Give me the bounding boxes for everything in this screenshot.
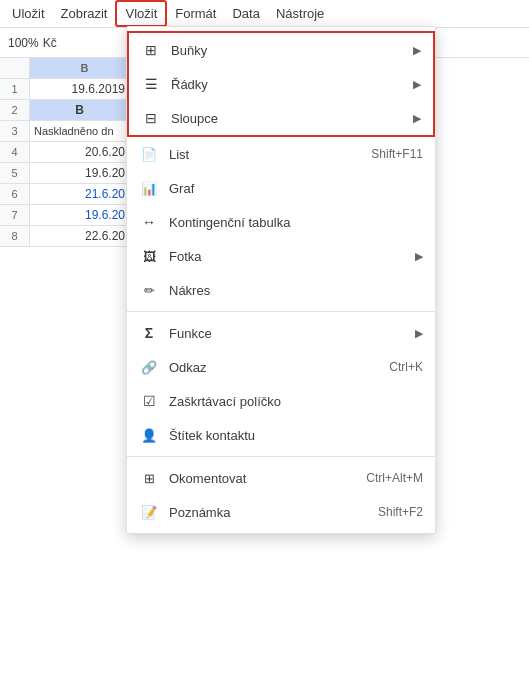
menu-item-data[interactable]: Data: [224, 2, 267, 25]
row-number: 7: [0, 205, 30, 225]
comment-shortcut: Ctrl+Alt+M: [366, 471, 423, 485]
function-label: Funkce: [169, 326, 407, 341]
cell-b4[interactable]: 20.6.20: [30, 142, 130, 162]
cell-b6[interactable]: 21.6.20: [30, 184, 130, 204]
rows-label: Řádky: [171, 77, 405, 92]
cell-b2[interactable]: B: [30, 100, 130, 120]
pivot-label: Kontingenční tabulka: [169, 215, 423, 230]
columns-label: Sloupce: [171, 111, 405, 126]
cell-b3[interactable]: Naskladněno dn: [30, 121, 130, 141]
menu-entry-comment[interactable]: Okomentovat Ctrl+Alt+M: [127, 461, 435, 495]
row-number: 3: [0, 121, 30, 141]
sheet-label: List: [169, 147, 351, 162]
rows-arrow: ▶: [413, 78, 421, 91]
comment-label: Okomentovat: [169, 471, 346, 486]
menu-entry-contact[interactable]: Štítek kontaktu: [127, 418, 435, 452]
rows-icon: [141, 74, 161, 94]
menu-item-nastroje[interactable]: Nástroje: [268, 2, 332, 25]
insert-dropdown-menu: Buňky ▶ Řádky ▶ Sloupce ▶ List Shift+F11…: [126, 26, 436, 534]
menu-entry-pivot[interactable]: Kontingenční tabulka: [127, 205, 435, 239]
image-arrow: ▶: [415, 250, 423, 263]
cell-b5[interactable]: 19.6.20: [30, 163, 130, 183]
col-b-header: B: [30, 58, 140, 78]
columns-arrow: ▶: [413, 112, 421, 125]
menu-entry-note[interactable]: Poznámka Shift+F2: [127, 495, 435, 529]
menu-entry-checkbox[interactable]: Zaškrtávací políčko: [127, 384, 435, 418]
function-icon: [139, 323, 159, 343]
menu-entry-image[interactable]: Fotka ▶: [127, 239, 435, 273]
row-number: 2: [0, 100, 30, 120]
cells-icon: [141, 40, 161, 60]
row-number: 4: [0, 142, 30, 162]
menu-item-vlozit[interactable]: Vložit: [115, 0, 167, 27]
menu-entry-sheet[interactable]: List Shift+F11: [127, 137, 435, 171]
zoom-level[interactable]: 100%: [8, 36, 39, 50]
chart-label: Graf: [169, 181, 423, 196]
menu-entry-cells[interactable]: Buňky ▶: [129, 33, 433, 67]
divider-2: [127, 456, 435, 457]
cells-arrow: ▶: [413, 44, 421, 57]
menu-entry-rows[interactable]: Řádky ▶: [129, 67, 433, 101]
image-label: Fotka: [169, 249, 407, 264]
row-number: 5: [0, 163, 30, 183]
link-label: Odkaz: [169, 360, 369, 375]
divider-1: [127, 311, 435, 312]
pivot-icon: [139, 212, 159, 232]
cell-b1[interactable]: 19.6.2019: [30, 79, 130, 99]
menu-entry-chart[interactable]: Graf: [127, 171, 435, 205]
row-number: 6: [0, 184, 30, 204]
note-label: Poznámka: [169, 505, 358, 520]
contact-label: Štítek kontaktu: [169, 428, 423, 443]
highlighted-section: Buňky ▶ Řádky ▶ Sloupce ▶: [127, 31, 435, 137]
cells-label: Buňky: [171, 43, 405, 58]
checkbox-icon: [139, 391, 159, 411]
columns-icon: [141, 108, 161, 128]
chart-icon: [139, 178, 159, 198]
link-shortcut: Ctrl+K: [389, 360, 423, 374]
link-icon: [139, 357, 159, 377]
row-number: 1: [0, 79, 30, 99]
row-number: 8: [0, 226, 30, 246]
menu-entry-function[interactable]: Funkce ▶: [127, 316, 435, 350]
menu-bar: Uložit Zobrazit Vložit Formát Data Nástr…: [0, 0, 529, 28]
drawing-icon: [139, 280, 159, 300]
menu-entry-link[interactable]: Odkaz Ctrl+K: [127, 350, 435, 384]
menu-entry-drawing[interactable]: Nákres: [127, 273, 435, 307]
cell-b8[interactable]: 22.6.20: [30, 226, 130, 246]
contact-icon: [139, 425, 159, 445]
menu-item-zobrazit[interactable]: Zobrazit: [53, 2, 116, 25]
note-shortcut: Shift+F2: [378, 505, 423, 519]
row-number-header: [0, 58, 30, 78]
image-icon: [139, 246, 159, 266]
checkbox-label: Zaškrtávací políčko: [169, 394, 423, 409]
menu-item-ulozit[interactable]: Uložit: [4, 2, 53, 25]
function-arrow: ▶: [415, 327, 423, 340]
menu-item-format[interactable]: Formát: [167, 2, 224, 25]
cell-b7[interactable]: 19.6.20: [30, 205, 130, 225]
note-icon: [139, 502, 159, 522]
currency-label: Kč: [43, 36, 57, 50]
sheet-shortcut: Shift+F11: [371, 147, 423, 161]
comment-icon: [139, 468, 159, 488]
sheet-icon: [139, 144, 159, 164]
menu-entry-columns[interactable]: Sloupce ▶: [129, 101, 433, 135]
drawing-label: Nákres: [169, 283, 423, 298]
